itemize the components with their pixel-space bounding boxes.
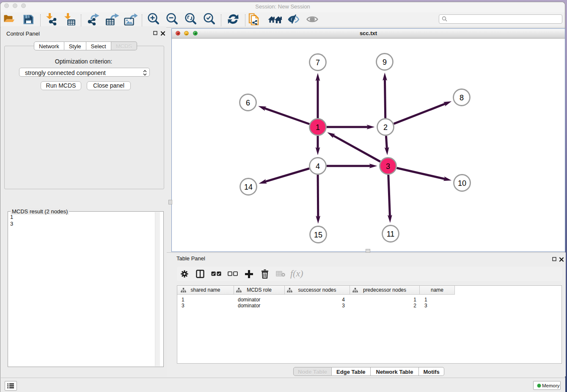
svg-text:3: 3 bbox=[386, 162, 390, 171]
svg-text:11: 11 bbox=[387, 230, 395, 238]
svg-text:2: 2 bbox=[383, 123, 388, 132]
svg-text:7: 7 bbox=[316, 58, 320, 67]
svg-text:6: 6 bbox=[246, 99, 250, 107]
svg-text:9: 9 bbox=[383, 58, 387, 66]
svg-text:15: 15 bbox=[314, 231, 322, 239]
svg-text:8: 8 bbox=[460, 94, 464, 102]
svg-text:4: 4 bbox=[316, 162, 320, 171]
svg-text:14: 14 bbox=[244, 183, 253, 191]
svg-text:10: 10 bbox=[458, 179, 466, 188]
svg-text:1: 1 bbox=[316, 123, 320, 132]
